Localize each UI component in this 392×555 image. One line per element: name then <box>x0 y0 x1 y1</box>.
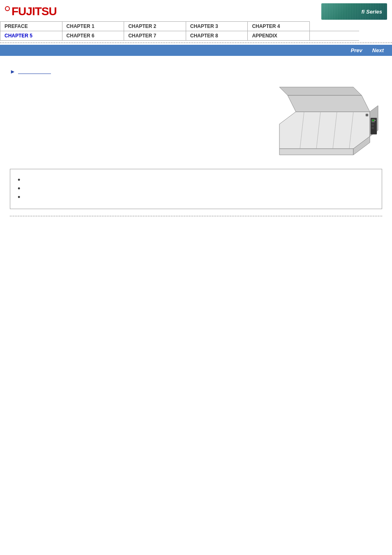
nav-preface[interactable]: PREFACE <box>0 22 62 31</box>
nav-chapter2[interactable]: CHAPTER 2 <box>124 22 186 31</box>
svg-marker-0 <box>279 112 370 149</box>
arrow-icon: ► <box>10 68 16 75</box>
next-button[interactable]: Next <box>369 46 387 54</box>
svg-point-13 <box>375 120 376 121</box>
section-link-row: ► <box>10 68 382 75</box>
bottom-separator <box>10 216 382 216</box>
fi-series-badge: fi Series <box>321 3 387 20</box>
nav-empty2 <box>359 22 392 31</box>
svg-marker-1 <box>288 95 370 112</box>
fujitsu-logo: FUJITSU <box>5 5 57 18</box>
bullet-dot-3: • <box>18 193 20 201</box>
nav-chapter3[interactable]: CHAPTER 3 <box>186 22 248 31</box>
info-box: • • • <box>10 169 382 209</box>
prev-next-bar: Prev Next <box>0 45 392 56</box>
nav-row-2: CHAPTER 5 CHAPTER 6 CHAPTER 7 CHAPTER 8 … <box>0 31 392 41</box>
svg-point-12 <box>372 120 374 121</box>
svg-rect-10 <box>371 124 374 126</box>
nav-chapter4[interactable]: CHAPTER 4 <box>248 22 310 31</box>
page-content: ► <box>0 56 392 229</box>
svg-marker-14 <box>279 149 353 155</box>
bullet-item-1: • <box>18 177 374 184</box>
svg-rect-11 <box>371 127 374 129</box>
nav-chapter8[interactable]: CHAPTER 8 <box>186 31 248 41</box>
page-header: FUJITSU fi Series <box>0 0 392 21</box>
nav-appendix[interactable]: APPENDIX <box>248 31 310 41</box>
bullet-item-3: • <box>18 194 374 201</box>
nav-chapter1[interactable]: CHAPTER 1 <box>62 22 124 31</box>
logo-circle-icon <box>5 6 10 11</box>
scanner-image-area <box>267 79 382 162</box>
top-separator <box>0 42 392 43</box>
prev-button[interactable]: Prev <box>348 46 366 54</box>
bullet-dot-1: • <box>18 176 20 184</box>
chapter-nav-table: PREFACE CHAPTER 1 CHAPTER 2 CHAPTER 3 CH… <box>0 21 392 41</box>
svg-marker-2 <box>279 87 362 95</box>
nav-chapter5[interactable]: CHAPTER 5 <box>0 31 62 41</box>
nav-chapter7[interactable]: CHAPTER 7 <box>124 31 186 41</box>
logo-text: FUJITSU <box>12 5 57 18</box>
scanner-svg <box>267 79 382 161</box>
nav-empty3 <box>310 31 359 41</box>
content-image-area <box>10 79 382 162</box>
nav-chapter6[interactable]: CHAPTER 6 <box>62 31 124 41</box>
nav-empty1 <box>310 22 359 31</box>
section-link-underline[interactable] <box>18 69 51 74</box>
bullet-dot-2: • <box>18 185 20 192</box>
nav-row-1: PREFACE CHAPTER 1 CHAPTER 2 CHAPTER 3 CH… <box>0 22 392 31</box>
fi-series-text: fi Series <box>361 9 382 15</box>
bullet-item-2: • <box>18 186 374 192</box>
nav-empty4 <box>359 31 392 41</box>
svg-rect-16 <box>366 114 368 116</box>
